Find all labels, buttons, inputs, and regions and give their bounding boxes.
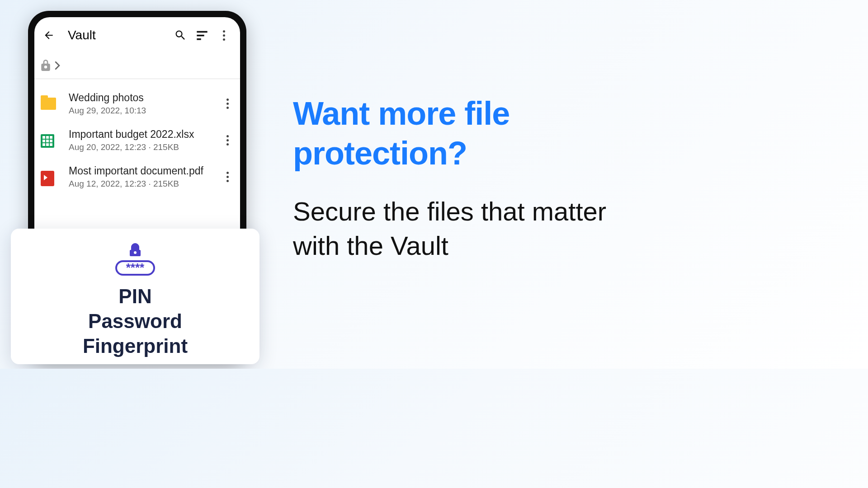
list-item[interactable]: Most important document.pdf Aug 12, 2022… [34,159,240,195]
file-meta: Aug 12, 2022, 12:23 · 215KB [69,179,218,189]
vault-lock-icon [41,60,51,71]
file-name: Wedding photos [69,92,218,104]
breadcrumb[interactable] [34,53,240,79]
back-button[interactable] [40,26,58,44]
list-item[interactable]: Wedding photos Aug 29, 2022, 10:13 [34,85,240,122]
spreadsheet-icon [41,134,56,147]
more-vert-icon [223,30,225,41]
svg-rect-1 [197,35,204,37]
file-list: Wedding photos Aug 29, 2022, 10:13 Impor… [34,79,240,195]
pdf-icon [41,171,56,183]
sort-button[interactable] [191,24,213,46]
method-fingerprint: Fingerprint [83,333,188,358]
marketing-copy: Want more file protection? Secure the fi… [293,94,618,263]
page-title: Vault [68,28,96,42]
unlock-methods-card: **** PIN Password Fingerprint [11,229,259,364]
app-bar: Vault [34,17,240,53]
file-name: Important budget 2022.xlsx [69,128,218,141]
svg-point-3 [134,251,137,254]
search-button[interactable] [170,24,191,46]
svg-rect-0 [197,31,207,33]
svg-rect-2 [197,38,201,40]
folder-icon [41,98,56,110]
headline: Want more file protection? [293,94,618,174]
vault-pin-illustration-icon: **** [113,241,158,277]
subline: Secure the files that matter with the Va… [293,194,618,263]
item-overflow-button[interactable] [218,131,236,150]
unlock-methods-list: PIN Password Fingerprint [83,284,188,358]
item-overflow-button[interactable] [218,95,236,113]
chevron-right-icon [54,61,61,70]
list-item[interactable]: Important budget 2022.xlsx Aug 20, 2022,… [34,122,240,159]
file-meta: Aug 20, 2022, 12:23 · 215KB [69,142,218,152]
method-password: Password [83,309,188,333]
file-meta: Aug 29, 2022, 10:13 [69,106,218,116]
item-overflow-button[interactable] [218,168,236,186]
file-name: Most important document.pdf [69,165,218,177]
method-pin: PIN [83,284,188,309]
pin-masked-value: **** [126,261,145,274]
overflow-menu-button[interactable] [213,24,235,46]
